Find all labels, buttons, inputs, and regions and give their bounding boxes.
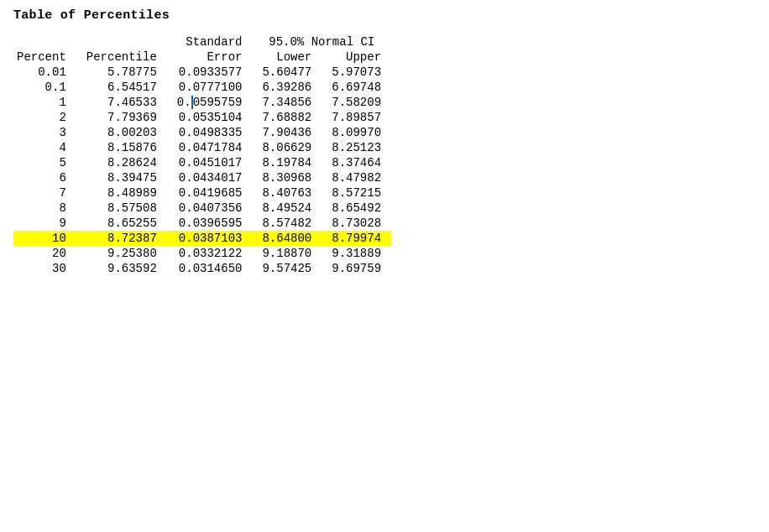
cell-percent: 7 [13,185,76,201]
cell-percentile: 8.72387 [76,231,167,246]
cell-percentile: 8.28624 [76,155,167,170]
cell-upper: 8.57215 [322,185,391,201]
cell-percentile: 8.57508 [76,201,167,216]
cell-std-error: 0.0387103 [167,231,253,246]
table-row: 38.002030.04983357.904368.09970 [13,125,391,140]
cell-upper: 9.69759 [322,261,391,276]
cell-lower: 8.49524 [252,201,322,216]
col-ci-header: 95.0% Normal CI [252,34,391,50]
cell-percent: 20 [13,246,76,261]
cell-std-error: 0.0535104 [167,110,253,125]
cell-lower: 7.90436 [252,125,322,140]
cell-std-error: 0.0314650 [167,261,253,276]
col-percentile-header-empty [76,34,167,50]
table-row: 48.158760.04717848.066298.25123 [13,140,391,155]
table-row: 309.635920.03146509.574259.69759 [13,261,391,276]
cell-std-error: 0.0933577 [167,65,253,80]
cell-percentile: 8.15876 [76,140,167,155]
cell-percentile: 9.25380 [76,246,167,261]
cell-percent: 0.1 [13,80,76,95]
cell-std-error: 0.0777100 [167,80,253,95]
cell-percentile: 8.00203 [76,125,167,140]
cell-lower: 5.60477 [252,65,322,80]
cell-percent: 9 [13,216,76,231]
col-standard-header: Standard [167,34,253,50]
cell-lower: 9.57425 [252,261,322,276]
cell-lower: 6.39286 [252,80,322,95]
cell-percent: 5 [13,155,76,170]
table-row: 58.286240.04510178.197848.37464 [13,155,391,170]
cell-upper: 5.97073 [322,65,391,80]
col-lower-label: Lower [252,50,322,65]
table-row: 0.16.545170.07771006.392866.69748 [13,80,391,95]
cell-upper: 9.31889 [322,246,391,261]
table-header-row-2: Percent Percentile Error Lower Upper [13,50,391,65]
cell-std-error: 0.0434017 [167,170,253,185]
cell-upper: 7.58209 [322,95,391,110]
page-title: Table of Percentiles [13,8,756,23]
cell-upper: 8.25123 [322,140,391,155]
table-row: 108.723870.03871038.648008.79974 [13,231,391,246]
cell-std-error: 0.0407356 [167,201,253,216]
cell-lower: 9.18870 [252,246,322,261]
cell-percentile: 7.79369 [76,110,167,125]
cell-percentile: 9.63592 [76,261,167,276]
cell-lower: 8.06629 [252,140,322,155]
cell-percent: 0.01 [13,65,76,80]
table-row: 68.394750.04340178.309688.47982 [13,170,391,185]
cell-upper: 8.73028 [322,216,391,231]
cell-std-error: 0.0396595 [167,216,253,231]
col-percentile-label: Percentile [76,50,167,65]
cell-percent: 3 [13,125,76,140]
col-percent-label: Percent [13,50,76,65]
cell-std-error: 0.0471784 [167,140,253,155]
cell-upper: 8.79974 [322,231,391,246]
table-row: 209.253800.03321229.188709.31889 [13,246,391,261]
cell-percent: 2 [13,110,76,125]
cell-percent: 10 [13,231,76,246]
cell-percent: 4 [13,140,76,155]
cell-lower: 8.30968 [252,170,322,185]
table-header-row-1: Standard 95.0% Normal CI [13,34,391,50]
table-row: 0.015.787750.09335775.604775.97073 [13,65,391,80]
cell-std-error: 0.0595759 [167,95,253,110]
cell-std-error: 0.0451017 [167,155,253,170]
cell-upper: 8.09970 [322,125,391,140]
percentiles-table: Standard 95.0% Normal CI Percent Percent… [13,34,391,276]
col-percent-header-empty [13,34,76,50]
cell-lower: 7.34856 [252,95,322,110]
cell-std-error: 0.0332122 [167,246,253,261]
cell-percentile: 8.65255 [76,216,167,231]
table-row: 98.652550.03965958.574828.73028 [13,216,391,231]
cell-std-error: 0.0498335 [167,125,253,140]
cell-std-error: 0.0419685 [167,185,253,201]
cell-upper: 8.37464 [322,155,391,170]
cell-lower: 7.68882 [252,110,322,125]
cell-percentile: 5.78775 [76,65,167,80]
col-upper-label: Upper [322,50,391,65]
cell-percentile: 8.48989 [76,185,167,201]
cell-percent: 6 [13,170,76,185]
col-error-label: Error [167,50,253,65]
table-row: 27.793690.05351047.688827.89857 [13,110,391,125]
cell-percentile: 8.39475 [76,170,167,185]
cell-upper: 6.69748 [322,80,391,95]
cell-lower: 8.57482 [252,216,322,231]
cell-upper: 8.47982 [322,170,391,185]
cell-lower: 8.64800 [252,231,322,246]
cell-lower: 8.19784 [252,155,322,170]
cell-percent: 30 [13,261,76,276]
cell-percentile: 6.54517 [76,80,167,95]
cell-percent: 1 [13,95,76,110]
table-row: 17.465330.05957597.348567.58209 [13,95,391,110]
cell-percent: 8 [13,201,76,216]
table-row: 88.575080.04073568.495248.65492 [13,201,391,216]
cell-percentile: 7.46533 [76,95,167,110]
table-row: 78.489890.04196858.407638.57215 [13,185,391,201]
cell-upper: 7.89857 [322,110,391,125]
cell-lower: 8.40763 [252,185,322,201]
cell-upper: 8.65492 [322,201,391,216]
